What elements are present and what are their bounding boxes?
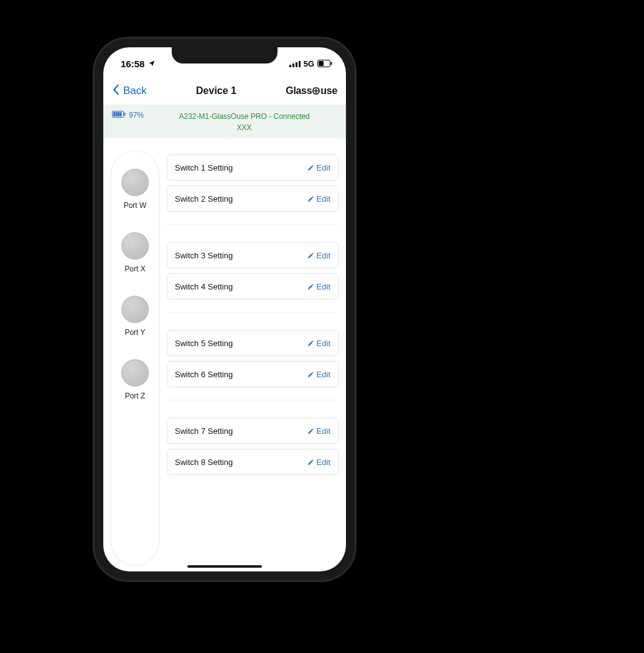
switch-label: Switch 7 Setting [175,426,233,436]
edit-button[interactable]: Edit [307,194,330,204]
status-time: 16:58 [121,59,144,69]
svg-rect-0 [289,65,291,67]
pencil-icon [307,428,314,435]
brand-o-icon [312,85,320,96]
edit-label: Edit [317,194,330,204]
switch-label: Switch 3 Setting [175,251,233,260]
edit-label: Edit [317,370,330,379]
svg-rect-13 [118,112,119,116]
edit-button[interactable]: Edit [307,370,330,379]
edit-label: Edit [317,426,330,436]
phone-frame: 16:58 5G [95,39,355,580]
device-battery-percent: 97% [129,111,144,120]
location-arrow-icon [148,59,156,69]
edit-label: Edit [317,339,330,348]
page-title: Device 1 [196,85,236,96]
edit-label: Edit [317,251,330,260]
edit-button[interactable]: Edit [307,426,330,436]
switch-label: Switch 6 Setting [175,370,233,379]
device-battery: 97% [112,111,144,120]
switch-group: Switch 7 Setting Edit Switch 8 Setting E… [167,418,338,487]
ports-rail: Port W Port X Port Y Port Z [111,151,159,565]
svg-rect-14 [120,112,122,116]
edit-button[interactable]: Edit [307,458,330,467]
switch-label: Switch 2 Setting [175,194,233,204]
switch-row[interactable]: Switch 3 Setting Edit [167,242,338,268]
device-connection-line1: A232-M1-GlassOuse PRO - Connected [151,111,337,122]
signal-icon [289,59,301,69]
svg-rect-2 [296,62,297,67]
svg-rect-11 [113,112,115,116]
edit-button[interactable]: Edit [307,163,330,172]
switch-group: Switch 5 Setting Edit Switch 6 Setting E… [167,330,338,400]
back-label: Back [123,85,147,97]
device-battery-icon [112,111,126,120]
switch-group: Switch 3 Setting Edit Switch 4 Setting E… [167,242,338,312]
port-item[interactable]: Port W [121,169,149,210]
port-item[interactable]: Port X [121,232,149,273]
pencil-icon [307,283,314,290]
phone-notch [172,47,278,63]
svg-rect-3 [299,61,301,67]
switch-row[interactable]: Switch 1 Setting Edit [167,154,338,181]
edit-button[interactable]: Edit [307,282,330,291]
switch-label: Switch 8 Setting [175,458,233,467]
switch-row[interactable]: Switch 2 Setting Edit [167,186,338,212]
nav-bar: Back Device 1 Glassuse [103,77,346,105]
battery-icon [317,59,332,69]
network-label: 5G [304,59,314,68]
switch-row[interactable]: Switch 6 Setting Edit [167,361,338,387]
port-dot-icon [121,359,149,387]
switch-row[interactable]: Switch 5 Setting Edit [167,330,338,356]
pencil-icon [307,164,314,171]
home-indicator[interactable] [187,565,262,568]
port-dot-icon [121,296,149,323]
edit-button[interactable]: Edit [307,339,330,348]
port-label: Port W [124,201,147,210]
switch-row[interactable]: Switch 4 Setting Edit [167,273,338,299]
chevron-left-icon [112,84,121,98]
device-connection: A232-M1-GlassOuse PRO - Connected XXX [151,111,337,133]
status-left: 16:58 [121,59,156,69]
edit-label: Edit [317,163,330,172]
svg-rect-6 [331,62,332,65]
pencil-icon [307,340,314,347]
svg-rect-12 [116,112,118,116]
brand-logo: Glassuse [286,85,337,96]
port-item[interactable]: Port Z [121,359,149,400]
device-status-strip: 97% A232-M1-GlassOuse PRO - Connected XX… [103,105,346,138]
switch-label: Switch 4 Setting [175,282,233,291]
port-item[interactable]: Port Y [121,296,149,337]
switch-row[interactable]: Switch 8 Setting Edit [167,449,338,475]
pencil-icon [307,459,314,466]
content-area: Port W Port X Port Y Port Z [103,138,346,571]
edit-label: Edit [317,458,330,467]
edit-button[interactable]: Edit [307,251,330,260]
port-label: Port X [124,265,145,273]
pencil-icon [307,195,314,202]
brand-text-right: use [320,85,337,96]
status-right: 5G [289,59,332,69]
svg-rect-5 [319,61,324,66]
switch-row[interactable]: Switch 7 Setting Edit [167,418,338,444]
svg-rect-15 [124,113,126,116]
back-button[interactable]: Back [112,84,147,98]
port-label: Port Y [124,328,145,337]
pencil-icon [307,252,314,259]
pencil-icon [307,371,314,378]
port-dot-icon [121,232,149,260]
port-dot-icon [121,169,149,196]
switch-label: Switch 5 Setting [175,339,233,348]
port-label: Port Z [125,392,146,400]
device-connection-line2: XXX [151,122,337,133]
switch-label: Switch 1 Setting [175,163,233,172]
brand-text-left: Glass [286,85,312,96]
switch-group: Switch 1 Setting Edit Switch 2 Setting E… [167,154,338,225]
svg-rect-1 [292,63,294,67]
switch-column: Switch 1 Setting Edit Switch 2 Setting E… [167,151,338,565]
phone-screen: 16:58 5G [103,47,346,571]
edit-label: Edit [317,282,330,291]
